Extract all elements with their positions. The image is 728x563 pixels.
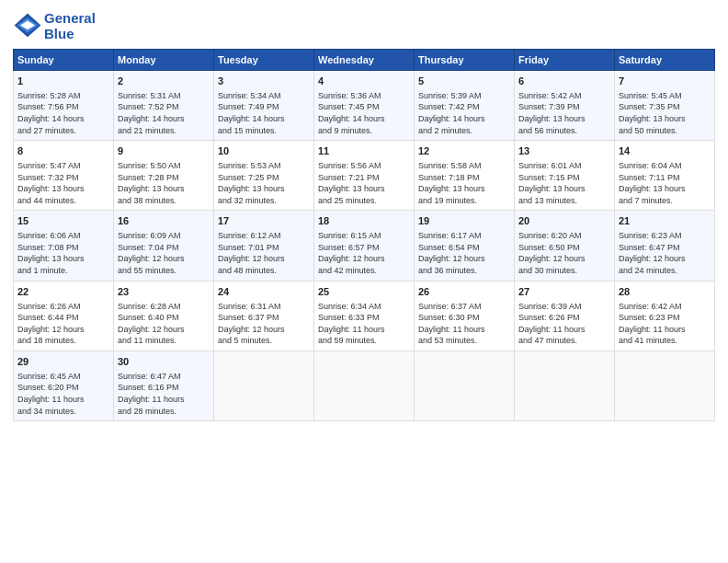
day-cell: 3Sunrise: 5:34 AM Sunset: 7:49 PM Daylig… <box>214 71 314 141</box>
day-number: 28 <box>619 285 711 299</box>
day-cell: 25Sunrise: 6:34 AM Sunset: 6:33 PM Dayli… <box>314 281 415 350</box>
day-info: Sunrise: 5:56 AM Sunset: 7:21 PM Dayligh… <box>318 160 410 206</box>
day-number: 24 <box>218 285 310 299</box>
day-info: Sunrise: 6:15 AM Sunset: 6:57 PM Dayligh… <box>318 230 410 276</box>
col-header-saturday: Saturday <box>615 50 715 71</box>
day-cell: 7Sunrise: 5:45 AM Sunset: 7:35 PM Daylig… <box>615 71 715 141</box>
day-cell: 15Sunrise: 6:06 AM Sunset: 7:08 PM Dayli… <box>14 211 114 281</box>
day-number: 9 <box>118 144 210 158</box>
day-cell: 28Sunrise: 6:42 AM Sunset: 6:23 PM Dayli… <box>615 281 715 350</box>
day-number: 1 <box>17 75 109 88</box>
day-info: Sunrise: 6:26 AM Sunset: 6:44 PM Dayligh… <box>17 301 109 347</box>
day-info: Sunrise: 6:12 AM Sunset: 7:01 PM Dayligh… <box>218 230 310 276</box>
col-header-sunday: Sunday <box>14 50 114 71</box>
day-number: 30 <box>118 355 210 369</box>
day-number: 19 <box>418 214 510 228</box>
col-header-thursday: Thursday <box>415 50 515 71</box>
col-header-tuesday: Tuesday <box>214 50 314 71</box>
day-number: 6 <box>518 75 610 88</box>
week-row-5: 29Sunrise: 6:45 AM Sunset: 6:20 PM Dayli… <box>14 350 715 420</box>
day-cell: 24Sunrise: 6:31 AM Sunset: 6:37 PM Dayli… <box>214 281 314 350</box>
day-cell: 21Sunrise: 6:23 AM Sunset: 6:47 PM Dayli… <box>615 211 715 281</box>
day-cell: 9Sunrise: 5:50 AM Sunset: 7:28 PM Daylig… <box>114 141 214 211</box>
page: General Blue SundayMondayTuesdayWednesda… <box>0 0 728 563</box>
day-number: 3 <box>218 75 310 88</box>
day-info: Sunrise: 6:39 AM Sunset: 6:26 PM Dayligh… <box>518 301 610 347</box>
col-header-wednesday: Wednesday <box>314 50 415 71</box>
day-number: 20 <box>518 214 610 228</box>
day-cell: 18Sunrise: 6:15 AM Sunset: 6:57 PM Dayli… <box>314 211 415 281</box>
day-cell: 23Sunrise: 6:28 AM Sunset: 6:40 PM Dayli… <box>114 281 214 350</box>
day-number: 17 <box>218 214 310 228</box>
day-number: 16 <box>118 214 210 228</box>
day-number: 22 <box>17 285 109 299</box>
day-cell: 10Sunrise: 5:53 AM Sunset: 7:25 PM Dayli… <box>214 141 314 211</box>
day-info: Sunrise: 5:53 AM Sunset: 7:25 PM Dayligh… <box>218 160 310 206</box>
day-number: 14 <box>619 144 711 158</box>
day-info: Sunrise: 5:58 AM Sunset: 7:18 PM Dayligh… <box>418 160 510 206</box>
day-cell: 12Sunrise: 5:58 AM Sunset: 7:18 PM Dayli… <box>415 141 515 211</box>
day-number: 2 <box>118 75 210 88</box>
col-header-monday: Monday <box>114 50 214 71</box>
day-info: Sunrise: 6:45 AM Sunset: 6:20 PM Dayligh… <box>17 371 109 417</box>
day-number: 27 <box>518 285 610 299</box>
day-info: Sunrise: 5:31 AM Sunset: 7:52 PM Dayligh… <box>118 90 210 136</box>
week-row-3: 15Sunrise: 6:06 AM Sunset: 7:08 PM Dayli… <box>14 211 715 281</box>
day-cell: 13Sunrise: 6:01 AM Sunset: 7:15 PM Dayli… <box>515 141 615 211</box>
day-number: 7 <box>619 75 711 88</box>
day-cell: 11Sunrise: 5:56 AM Sunset: 7:21 PM Dayli… <box>314 141 415 211</box>
day-number: 4 <box>318 75 410 88</box>
day-cell: 30Sunrise: 6:47 AM Sunset: 6:16 PM Dayli… <box>114 350 214 420</box>
day-cell: 14Sunrise: 6:04 AM Sunset: 7:11 PM Dayli… <box>615 141 715 211</box>
day-number: 15 <box>17 214 109 228</box>
day-info: Sunrise: 6:04 AM Sunset: 7:11 PM Dayligh… <box>619 160 711 206</box>
logo: General Blue <box>13 11 96 41</box>
day-cell <box>615 350 715 420</box>
day-info: Sunrise: 6:17 AM Sunset: 6:54 PM Dayligh… <box>418 230 510 276</box>
day-info: Sunrise: 6:47 AM Sunset: 6:16 PM Dayligh… <box>118 371 210 417</box>
day-info: Sunrise: 6:31 AM Sunset: 6:37 PM Dayligh… <box>218 301 310 347</box>
day-info: Sunrise: 5:50 AM Sunset: 7:28 PM Dayligh… <box>118 160 210 206</box>
day-cell: 27Sunrise: 6:39 AM Sunset: 6:26 PM Dayli… <box>515 281 615 350</box>
day-cell <box>214 350 314 420</box>
day-number: 12 <box>418 144 510 158</box>
day-info: Sunrise: 6:28 AM Sunset: 6:40 PM Dayligh… <box>118 301 210 347</box>
day-cell: 1Sunrise: 5:28 AM Sunset: 7:56 PM Daylig… <box>14 71 114 141</box>
day-number: 21 <box>619 214 711 228</box>
day-cell: 5Sunrise: 5:39 AM Sunset: 7:42 PM Daylig… <box>415 71 515 141</box>
day-info: Sunrise: 6:42 AM Sunset: 6:23 PM Dayligh… <box>619 301 711 347</box>
day-number: 23 <box>118 285 210 299</box>
day-info: Sunrise: 5:42 AM Sunset: 7:39 PM Dayligh… <box>518 90 610 136</box>
week-row-2: 8Sunrise: 5:47 AM Sunset: 7:32 PM Daylig… <box>14 141 715 211</box>
day-cell: 4Sunrise: 5:36 AM Sunset: 7:45 PM Daylig… <box>314 71 415 141</box>
day-cell <box>515 350 615 420</box>
day-cell: 29Sunrise: 6:45 AM Sunset: 6:20 PM Dayli… <box>14 350 114 420</box>
day-info: Sunrise: 5:45 AM Sunset: 7:35 PM Dayligh… <box>619 90 711 136</box>
day-cell: 6Sunrise: 5:42 AM Sunset: 7:39 PM Daylig… <box>515 71 615 141</box>
day-info: Sunrise: 6:37 AM Sunset: 6:30 PM Dayligh… <box>418 301 510 347</box>
day-number: 25 <box>318 285 410 299</box>
day-info: Sunrise: 6:09 AM Sunset: 7:04 PM Dayligh… <box>118 230 210 276</box>
day-info: Sunrise: 6:20 AM Sunset: 6:50 PM Dayligh… <box>518 230 610 276</box>
day-number: 26 <box>418 285 510 299</box>
header-row: SundayMondayTuesdayWednesdayThursdayFrid… <box>14 50 715 71</box>
day-cell: 26Sunrise: 6:37 AM Sunset: 6:30 PM Dayli… <box>415 281 515 350</box>
day-cell: 22Sunrise: 6:26 AM Sunset: 6:44 PM Dayli… <box>14 281 114 350</box>
day-number: 18 <box>318 214 410 228</box>
day-number: 5 <box>418 75 510 88</box>
day-cell: 19Sunrise: 6:17 AM Sunset: 6:54 PM Dayli… <box>415 211 515 281</box>
week-row-4: 22Sunrise: 6:26 AM Sunset: 6:44 PM Dayli… <box>14 281 715 350</box>
day-cell: 17Sunrise: 6:12 AM Sunset: 7:01 PM Dayli… <box>214 211 314 281</box>
day-number: 11 <box>318 144 410 158</box>
day-info: Sunrise: 5:39 AM Sunset: 7:42 PM Dayligh… <box>418 90 510 136</box>
day-info: Sunrise: 5:36 AM Sunset: 7:45 PM Dayligh… <box>318 90 410 136</box>
logo-icon <box>13 12 42 41</box>
day-info: Sunrise: 5:28 AM Sunset: 7:56 PM Dayligh… <box>17 90 109 136</box>
day-number: 8 <box>17 144 109 158</box>
day-number: 29 <box>17 355 109 369</box>
day-info: Sunrise: 6:01 AM Sunset: 7:15 PM Dayligh… <box>518 160 610 206</box>
day-info: Sunrise: 6:34 AM Sunset: 6:33 PM Dayligh… <box>318 301 410 347</box>
day-cell: 2Sunrise: 5:31 AM Sunset: 7:52 PM Daylig… <box>114 71 214 141</box>
day-cell: 16Sunrise: 6:09 AM Sunset: 7:04 PM Dayli… <box>114 211 214 281</box>
day-cell <box>314 350 415 420</box>
